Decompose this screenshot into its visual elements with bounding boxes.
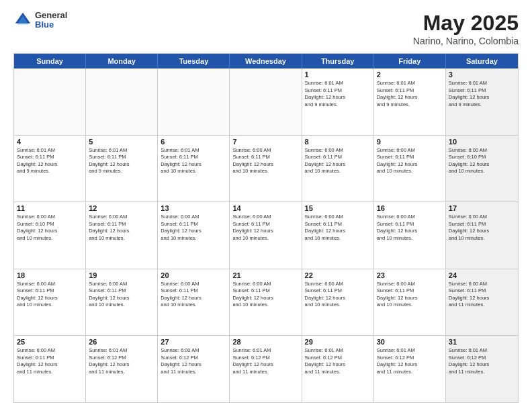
calendar-body: 1Sunrise: 6:01 AM Sunset: 6:11 PM Daylig…: [14, 68, 518, 402]
day-info: Sunrise: 6:01 AM Sunset: 6:12 PM Dayligh…: [232, 347, 298, 375]
logo-text: General Blue: [35, 11, 67, 30]
day-info: Sunrise: 6:00 AM Sunset: 6:11 PM Dayligh…: [89, 214, 154, 242]
day-number: 2: [377, 71, 443, 79]
calendar-cell: 23Sunrise: 6:00 AM Sunset: 6:11 PM Dayli…: [374, 269, 446, 336]
calendar-cell: 13Sunrise: 6:00 AM Sunset: 6:11 PM Dayli…: [158, 202, 230, 269]
day-info: Sunrise: 6:01 AM Sunset: 6:12 PM Dayligh…: [449, 347, 515, 375]
day-info: Sunrise: 6:00 AM Sunset: 6:11 PM Dayligh…: [232, 281, 298, 309]
logo-general: General: [35, 11, 67, 20]
logo: General Blue: [13, 11, 67, 30]
calendar-cell: 25Sunrise: 6:00 AM Sunset: 6:11 PM Dayli…: [14, 336, 86, 402]
day-info: Sunrise: 6:00 AM Sunset: 6:11 PM Dayligh…: [305, 147, 371, 175]
calendar-cell: 6Sunrise: 6:01 AM Sunset: 6:11 PM Daylig…: [158, 136, 230, 202]
calendar-cell: 12Sunrise: 6:00 AM Sunset: 6:11 PM Dayli…: [86, 202, 158, 269]
calendar-cell: 1Sunrise: 6:01 AM Sunset: 6:11 PM Daylig…: [302, 68, 374, 135]
calendar-header: SundayMondayTuesdayWednesdayThursdayFrid…: [14, 54, 518, 68]
day-info: Sunrise: 6:00 AM Sunset: 6:11 PM Dayligh…: [161, 214, 226, 242]
calendar-header-day: Monday: [86, 54, 158, 68]
calendar-cell: 4Sunrise: 6:01 AM Sunset: 6:11 PM Daylig…: [14, 136, 86, 202]
day-number: 22: [305, 271, 371, 279]
logo-blue: Blue: [35, 20, 67, 30]
day-number: 21: [232, 271, 298, 279]
calendar-cell: 22Sunrise: 6:00 AM Sunset: 6:11 PM Dayli…: [302, 269, 374, 336]
calendar: SundayMondayTuesdayWednesdayThursdayFrid…: [13, 53, 519, 403]
day-info: Sunrise: 6:01 AM Sunset: 6:12 PM Dayligh…: [89, 347, 154, 375]
calendar-header-day: Saturday: [446, 54, 518, 68]
day-info: Sunrise: 6:00 AM Sunset: 6:10 PM Dayligh…: [449, 147, 515, 175]
calendar-cell: 15Sunrise: 6:00 AM Sunset: 6:11 PM Dayli…: [302, 202, 374, 269]
day-number: 16: [377, 204, 443, 212]
subtitle: Narino, Narino, Colombia: [413, 36, 519, 46]
day-info: Sunrise: 6:00 AM Sunset: 6:11 PM Dayligh…: [89, 281, 154, 309]
day-info: Sunrise: 6:00 AM Sunset: 6:11 PM Dayligh…: [161, 281, 226, 309]
calendar-cell: 19Sunrise: 6:00 AM Sunset: 6:11 PM Dayli…: [86, 269, 158, 336]
title-block: May 2025 Narino, Narino, Colombia: [413, 11, 519, 46]
day-number: 12: [89, 204, 154, 212]
day-number: 3: [449, 71, 515, 79]
day-info: Sunrise: 6:01 AM Sunset: 6:11 PM Dayligh…: [161, 147, 226, 175]
calendar-cell: 30Sunrise: 6:01 AM Sunset: 6:12 PM Dayli…: [374, 336, 446, 402]
day-number: 28: [232, 338, 298, 346]
day-info: Sunrise: 6:00 AM Sunset: 6:11 PM Dayligh…: [449, 214, 515, 242]
day-number: 23: [377, 271, 443, 279]
day-info: Sunrise: 6:00 AM Sunset: 6:10 PM Dayligh…: [17, 214, 83, 242]
day-info: Sunrise: 6:01 AM Sunset: 6:11 PM Dayligh…: [89, 147, 154, 175]
day-number: 13: [161, 204, 226, 212]
calendar-cell: [86, 68, 158, 135]
calendar-cell: 10Sunrise: 6:00 AM Sunset: 6:10 PM Dayli…: [446, 136, 518, 202]
calendar-cell: 11Sunrise: 6:00 AM Sunset: 6:10 PM Dayli…: [14, 202, 86, 269]
calendar-cell: 26Sunrise: 6:01 AM Sunset: 6:12 PM Dayli…: [86, 336, 158, 402]
day-info: Sunrise: 6:00 AM Sunset: 6:11 PM Dayligh…: [305, 214, 371, 242]
calendar-header-day: Tuesday: [158, 54, 230, 68]
day-info: Sunrise: 6:01 AM Sunset: 6:12 PM Dayligh…: [377, 347, 443, 375]
calendar-cell: 3Sunrise: 6:01 AM Sunset: 6:11 PM Daylig…: [446, 68, 518, 135]
page: General Blue May 2025 Narino, Narino, Co…: [0, 0, 532, 411]
calendar-cell: 7Sunrise: 6:00 AM Sunset: 6:11 PM Daylig…: [230, 136, 302, 202]
day-number: 6: [161, 138, 226, 146]
calendar-header-day: Friday: [374, 54, 446, 68]
day-info: Sunrise: 6:00 AM Sunset: 6:11 PM Dayligh…: [17, 347, 83, 375]
day-info: Sunrise: 6:01 AM Sunset: 6:11 PM Dayligh…: [377, 80, 443, 108]
calendar-cell: 17Sunrise: 6:00 AM Sunset: 6:11 PM Dayli…: [446, 202, 518, 269]
day-number: 30: [377, 338, 443, 346]
calendar-header-day: Sunday: [14, 54, 86, 68]
day-info: Sunrise: 6:01 AM Sunset: 6:11 PM Dayligh…: [305, 80, 371, 108]
calendar-cell: 21Sunrise: 6:00 AM Sunset: 6:11 PM Dayli…: [230, 269, 302, 336]
day-number: 26: [89, 338, 154, 346]
day-number: 20: [161, 271, 226, 279]
day-info: Sunrise: 6:00 AM Sunset: 6:11 PM Dayligh…: [377, 214, 443, 242]
day-number: 10: [449, 138, 515, 146]
day-info: Sunrise: 6:00 AM Sunset: 6:11 PM Dayligh…: [232, 147, 298, 175]
day-info: Sunrise: 6:00 AM Sunset: 6:11 PM Dayligh…: [377, 147, 443, 175]
calendar-cell: 20Sunrise: 6:00 AM Sunset: 6:11 PM Dayli…: [158, 269, 230, 336]
day-number: 27: [161, 338, 226, 346]
calendar-row: 25Sunrise: 6:00 AM Sunset: 6:11 PM Dayli…: [14, 336, 518, 402]
day-number: 8: [305, 138, 371, 146]
day-info: Sunrise: 6:00 AM Sunset: 6:11 PM Dayligh…: [17, 281, 83, 309]
day-number: 17: [449, 204, 515, 212]
day-info: Sunrise: 6:00 AM Sunset: 6:11 PM Dayligh…: [305, 281, 371, 309]
day-number: 9: [377, 138, 443, 146]
calendar-header-day: Thursday: [302, 54, 374, 68]
day-number: 25: [17, 338, 83, 346]
calendar-row: 4Sunrise: 6:01 AM Sunset: 6:11 PM Daylig…: [14, 136, 518, 203]
day-number: 15: [305, 204, 371, 212]
calendar-cell: [14, 68, 86, 135]
calendar-row: 11Sunrise: 6:00 AM Sunset: 6:10 PM Dayli…: [14, 202, 518, 269]
day-info: Sunrise: 6:00 AM Sunset: 6:11 PM Dayligh…: [449, 281, 515, 309]
day-info: Sunrise: 6:00 AM Sunset: 6:11 PM Dayligh…: [377, 281, 443, 309]
day-number: 4: [17, 138, 83, 146]
day-info: Sunrise: 6:00 AM Sunset: 6:12 PM Dayligh…: [161, 347, 226, 375]
day-number: 29: [305, 338, 371, 346]
calendar-cell: [158, 68, 230, 135]
day-number: 24: [449, 271, 515, 279]
day-info: Sunrise: 6:01 AM Sunset: 6:11 PM Dayligh…: [449, 80, 515, 108]
calendar-cell: 29Sunrise: 6:01 AM Sunset: 6:12 PM Dayli…: [302, 336, 374, 402]
day-number: 5: [89, 138, 154, 146]
main-title: May 2025: [413, 11, 519, 36]
calendar-row: 1Sunrise: 6:01 AM Sunset: 6:11 PM Daylig…: [14, 68, 518, 136]
calendar-cell: 24Sunrise: 6:00 AM Sunset: 6:11 PM Dayli…: [446, 269, 518, 336]
calendar-row: 18Sunrise: 6:00 AM Sunset: 6:11 PM Dayli…: [14, 269, 518, 336]
day-number: 19: [89, 271, 154, 279]
calendar-cell: 27Sunrise: 6:00 AM Sunset: 6:12 PM Dayli…: [158, 336, 230, 402]
